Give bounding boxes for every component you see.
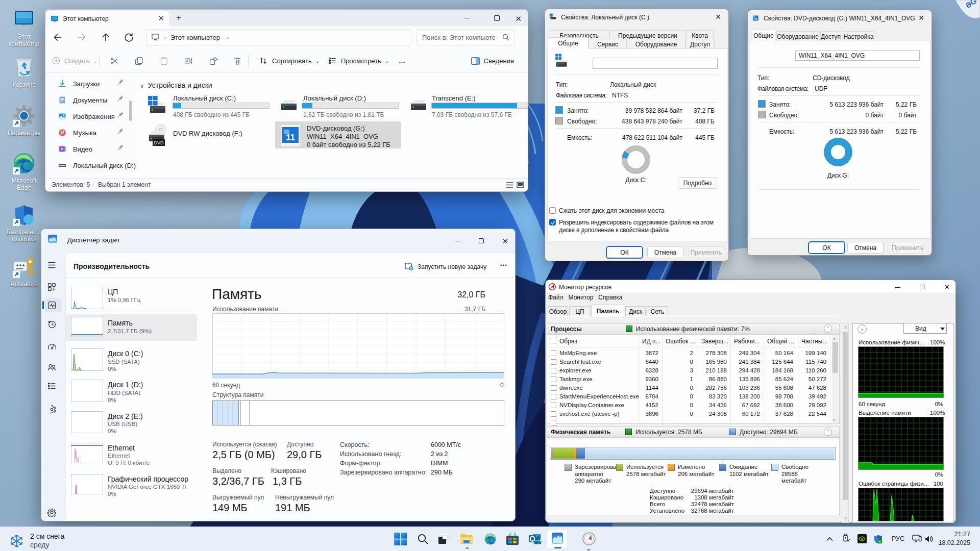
svg-text:DVD: DVD	[154, 140, 164, 145]
svg-text:NEW: NEW	[533, 541, 542, 544]
svg-text:11: 11	[286, 133, 295, 142]
